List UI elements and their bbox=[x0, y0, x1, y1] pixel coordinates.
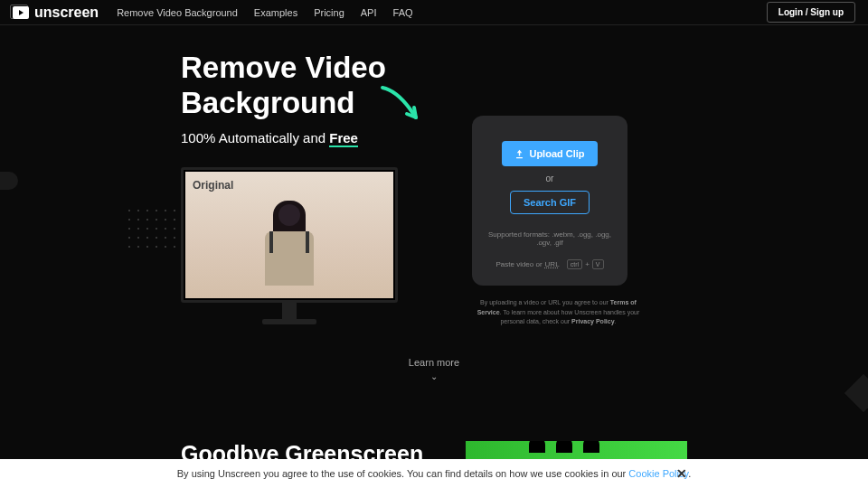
free-underline: Free bbox=[329, 130, 358, 147]
original-label: Original bbox=[193, 179, 233, 192]
upload-disclaimer: By uploading a video or URL you agree to… bbox=[470, 298, 646, 327]
header-left: unscreen Remove Video Background Example… bbox=[13, 5, 413, 21]
paste-url-link[interactable]: URL bbox=[545, 260, 560, 268]
monitor-base bbox=[262, 319, 316, 324]
brand-name: unscreen bbox=[34, 5, 99, 21]
upload-clip-button[interactable]: Upload Clip bbox=[502, 141, 597, 166]
upload-card: Upload Clip or Search GIF Supported form… bbox=[472, 116, 627, 286]
nav-remove-bg[interactable]: Remove Video Background bbox=[117, 7, 238, 18]
or-divider: or bbox=[485, 174, 615, 183]
decorative-dots bbox=[128, 210, 183, 300]
supported-formats: Supported formats: .webm, .ogg, .ogg, .o… bbox=[485, 230, 615, 247]
monitor-stand bbox=[282, 303, 297, 319]
logo[interactable]: unscreen bbox=[13, 5, 99, 21]
nav-examples[interactable]: Examples bbox=[254, 7, 297, 18]
cookie-text: By using Unscreen you agree to the use o… bbox=[177, 468, 691, 479]
video-preview: Original bbox=[185, 172, 393, 298]
learn-more-link[interactable]: Learn more ⌄ bbox=[409, 357, 459, 381]
decorative-shape-right bbox=[844, 374, 868, 412]
main-nav: Remove Video Background Examples Pricing… bbox=[117, 7, 412, 18]
login-button[interactable]: Login / Sign up bbox=[767, 2, 855, 23]
monitor-screen: Original bbox=[181, 167, 398, 303]
arrow-icon bbox=[378, 83, 423, 128]
nav-faq[interactable]: FAQ bbox=[393, 7, 413, 18]
search-gif-button[interactable]: Search GIF bbox=[510, 191, 590, 214]
nav-api[interactable]: API bbox=[361, 7, 377, 18]
play-icon bbox=[13, 6, 29, 19]
privacy-link[interactable]: Privacy Policy bbox=[571, 318, 614, 324]
upload-icon bbox=[514, 149, 524, 159]
hero-subtitle: 100% Automatically and Free bbox=[181, 130, 452, 145]
close-icon[interactable]: ✕ bbox=[676, 466, 687, 481]
chevron-down-icon: ⌄ bbox=[409, 371, 459, 381]
nav-pricing[interactable]: Pricing bbox=[314, 7, 344, 18]
kbd-ctrl: ctrl bbox=[567, 259, 582, 269]
kbd-v: V bbox=[592, 259, 604, 269]
monitor-graphic: Original bbox=[181, 167, 398, 324]
cookie-banner: By using Unscreen you agree to the use o… bbox=[0, 459, 868, 488]
paste-hint: Paste video or URL ctrl + V bbox=[485, 259, 615, 269]
header: unscreen Remove Video Background Example… bbox=[0, 0, 868, 25]
person-silhouette bbox=[253, 199, 326, 298]
